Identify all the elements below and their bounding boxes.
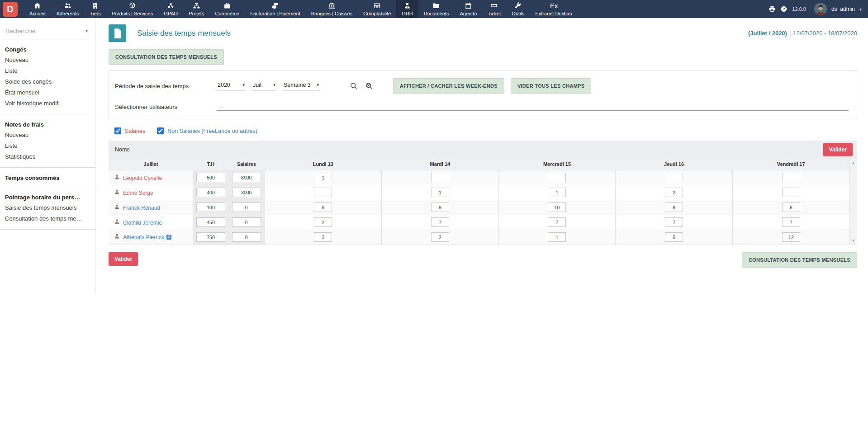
day-input-jeudi[interactable] [665, 173, 683, 182]
salary-input[interactable] [232, 173, 261, 182]
search-caret-icon[interactable]: ▾ [85, 28, 89, 33]
day-input-vendredi[interactable] [782, 173, 800, 182]
day-input-jeudi[interactable] [665, 203, 683, 212]
nav-item-adherents[interactable]: Adhérents [51, 0, 84, 18]
help-icon[interactable]: ? [780, 5, 787, 13]
search-icon[interactable] [350, 82, 358, 90]
chevron-down-icon[interactable]: ▾ [859, 7, 862, 12]
sidebar-title-temps-consommes[interactable]: Temps consommés [5, 174, 95, 181]
salary-input[interactable] [232, 203, 261, 212]
day-input-mardi[interactable] [431, 217, 449, 227]
user-avatar[interactable] [814, 3, 827, 15]
day-input-mardi[interactable] [431, 173, 449, 182]
valider-button-top[interactable]: Valider [823, 143, 853, 156]
day-input-mercredi[interactable] [548, 217, 566, 227]
day-input-mardi[interactable] [431, 203, 449, 212]
day-input-jeudi[interactable] [665, 217, 683, 227]
valider-button-bottom[interactable]: Valider [109, 252, 138, 266]
th-input[interactable] [196, 188, 225, 197]
user-link[interactable]: Léopold Cyrielle [123, 175, 162, 181]
day-input-lundi[interactable] [314, 173, 332, 182]
clear-fields-button[interactable]: VIDER TOUS LES CHAMPS [511, 78, 592, 94]
day-input-vendredi[interactable] [782, 188, 800, 197]
nav-item-ticket[interactable]: Ticket [482, 0, 506, 18]
sidebar-item-etat-mensuel[interactable]: État mensuel [0, 87, 95, 98]
nav-item-facturation[interactable]: Facturation | Paiement [245, 0, 305, 18]
clear-search-icon[interactable] [365, 82, 373, 90]
print-icon[interactable] [768, 5, 776, 13]
sidebar-item-saisie-temps[interactable]: Saisie des temps mensuels [0, 202, 95, 213]
nav-item-outils[interactable]: Outils [506, 0, 530, 18]
day-input-mercredi[interactable] [548, 232, 566, 242]
day-input-mardi[interactable] [431, 232, 449, 242]
sidebar-item-solde-conges[interactable]: Solde des congés [0, 76, 95, 87]
table-scrollbar[interactable]: ▲ ▼ [849, 159, 857, 245]
day-input-lundi[interactable] [314, 203, 332, 212]
user-link[interactable]: Clothild Jérémie [123, 220, 162, 226]
scroll-up-icon[interactable]: ▲ [852, 161, 855, 165]
user-link[interactable]: Edmé Serge [123, 190, 153, 196]
day-input-vendredi[interactable] [782, 232, 800, 242]
salary-input[interactable] [232, 232, 261, 242]
user-menu[interactable]: ds_admin [831, 6, 855, 12]
year-select[interactable]: 2020▾ [217, 82, 246, 90]
month-select[interactable]: Juil.▾ [252, 82, 276, 90]
nav-item-extranet[interactable]: Ex Extranet Dolibarr [530, 0, 578, 18]
nav-item-gpao[interactable]: GPAO [158, 0, 183, 18]
day-input-mercredi[interactable] [548, 173, 566, 182]
salary-input[interactable] [232, 217, 261, 227]
day-input-vendredi[interactable] [782, 217, 800, 227]
non-salaries-checkbox[interactable] [157, 127, 164, 134]
salaries-filter[interactable]: Salariés [114, 127, 145, 134]
sidebar-item-statistiques[interactable]: Statistiques [0, 151, 95, 162]
nav-item-projets[interactable]: Projets [183, 0, 209, 18]
sidebar-item-notes-liste[interactable]: Liste [0, 140, 95, 151]
day-input-mercredi[interactable] [548, 203, 566, 212]
non-salaries-filter[interactable]: Non Salariés (FreeLance ou autres) [157, 127, 257, 134]
th-input[interactable] [196, 203, 225, 212]
sidebar-item-conges-nouveau[interactable]: Nouveau [0, 54, 95, 65]
sidebar-title-pointage[interactable]: Pointage horaire du pers… [5, 194, 95, 201]
th-input[interactable] [196, 173, 225, 182]
nav-item-comptabilite[interactable]: Comptabilité [358, 0, 396, 18]
user-link[interactable]: Athénaïs Pierrick [123, 234, 164, 240]
nav-item-agenda[interactable]: Agenda [454, 0, 482, 18]
nav-item-commerce[interactable]: Commerce [209, 0, 245, 18]
nav-item-accueil[interactable]: Accueil [24, 0, 51, 18]
consultation-temps-button-top[interactable]: CONSULTATION DES TEMPS MENSUELS [109, 49, 224, 65]
sidebar-item-conges-liste[interactable]: Liste [0, 65, 95, 76]
toggle-weekends-button[interactable]: AFFICHER / CACHER LES WEEK-ENDS [393, 78, 504, 94]
th-input[interactable] [196, 232, 225, 242]
day-input-mardi[interactable] [431, 188, 449, 197]
nav-item-tiers[interactable]: Tiers [85, 0, 106, 18]
sidebar-title-notes-frais[interactable]: Notes de frais [5, 121, 95, 128]
day-input-lundi[interactable] [314, 217, 332, 227]
divider [0, 229, 95, 230]
users-multiselect[interactable]: ... [217, 103, 849, 111]
sidebar-title-conges[interactable]: Congés [5, 46, 95, 53]
day-input-jeudi[interactable] [665, 188, 683, 197]
nav-item-grh[interactable]: GRH [396, 0, 418, 18]
day-input-jeudi[interactable] [665, 232, 683, 242]
salaries-checkbox[interactable] [114, 127, 121, 134]
nav-item-produits-services[interactable]: Produits | Services [106, 0, 159, 18]
nav-item-banques[interactable]: Banques | Caisses [306, 0, 358, 18]
salary-input[interactable] [232, 188, 261, 197]
th-input[interactable] [196, 217, 225, 227]
day-input-mercredi[interactable] [548, 188, 566, 197]
dolibarr-logo[interactable]: D [3, 2, 18, 17]
sidebar-item-historique[interactable]: Voir historique modif. [0, 98, 95, 108]
sidebar-section-conges: Congés Nouveau Liste Solde des congés Ét… [0, 46, 95, 114]
day-input-lundi[interactable] [314, 232, 332, 242]
sidebar-item-notes-nouveau[interactable]: Nouveau [0, 129, 95, 140]
sidebar-item-consultation-temps[interactable]: Consultation des temps me… [0, 213, 95, 224]
day-input-lundi[interactable] [314, 188, 332, 197]
month-value: Juil. [253, 82, 263, 88]
consultation-temps-button-bottom[interactable]: CONSULTATION DES TEMPS MENSUELS [742, 252, 857, 268]
day-input-vendredi[interactable] [782, 203, 800, 212]
scroll-down-icon[interactable]: ▼ [852, 239, 855, 243]
nav-item-documents[interactable]: Documents [418, 0, 455, 18]
search-input[interactable] [5, 27, 85, 35]
week-select[interactable]: Semaine 3▾ [283, 82, 320, 90]
user-link[interactable]: Franck Renaud [123, 205, 160, 211]
